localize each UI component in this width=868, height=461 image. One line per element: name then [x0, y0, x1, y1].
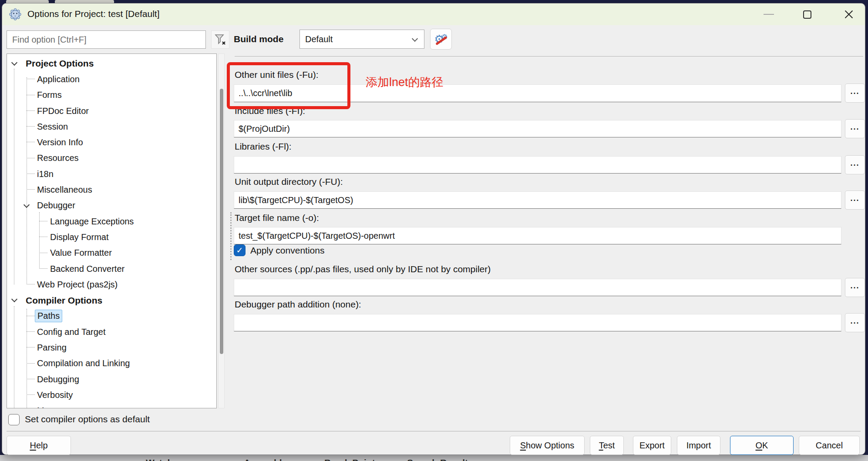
window-title: Options for Project: test [Default]	[27, 9, 159, 19]
tree-item-forms[interactable]: Forms	[7, 87, 216, 103]
tree-item-language-exceptions[interactable]: Language Exceptions	[7, 214, 216, 229]
libraries-label: Libraries (-Fl):	[235, 141, 292, 152]
debugger-path-addition-label: Debugger path addition (none):	[235, 299, 361, 310]
tree-item-miscellaneous[interactable]: Miscellaneous	[7, 182, 216, 197]
dotted-splitter	[230, 212, 232, 260]
build-mode-select[interactable]: Default	[299, 30, 424, 49]
apply-conventions-row[interactable]: ✓ Apply conventions	[234, 244, 324, 256]
export-button[interactable]: Export	[633, 436, 671, 455]
tree-connector	[27, 316, 35, 316]
tree-item-display-format[interactable]: Display Format	[7, 229, 216, 245]
include-files-browse-button[interactable]: ...	[845, 119, 865, 138]
debugger-path-addition-input[interactable]	[234, 314, 841, 331]
maximize-button[interactable]	[794, 3, 821, 25]
clear-filter-button[interactable]	[211, 30, 229, 49]
tree-item-backend-converter[interactable]: Backend Converter	[7, 261, 216, 277]
tree-item-label: Project Options	[24, 57, 96, 70]
tree-item-project-options[interactable]: Project Options	[7, 56, 216, 71]
tree-item-application[interactable]: Application	[7, 71, 216, 87]
tree-item-debugger[interactable]: Debugger	[7, 198, 216, 214]
chevron-down-icon[interactable]	[11, 60, 17, 66]
tree-item-session[interactable]: Session	[7, 119, 216, 134]
tree-item-label: Messages	[35, 405, 79, 408]
tree-item-compilation-and-linking[interactable]: Compilation and Linking	[7, 356, 216, 371]
tree-item-verbosity[interactable]: Verbosity	[7, 387, 216, 403]
other-sources-browse-button[interactable]: ...	[845, 278, 865, 297]
target-file-name-input[interactable]: test_$(TargetCPU)-$(TargetOS)-openwrt	[234, 227, 841, 244]
tree-connector	[39, 253, 47, 253]
set-compiler-options-default-label: Set compiler options as default	[25, 414, 150, 424]
tree-item-label: Compiler Options	[24, 294, 104, 307]
build-mode-label: Build mode	[234, 34, 283, 44]
tree-item-label: Miscellaneous	[35, 184, 94, 196]
panel-divider	[235, 56, 863, 57]
minimize-icon	[764, 14, 774, 15]
unit-output-directory-label: Unit output directory (-FU):	[235, 177, 343, 187]
tree-item-label: FPDoc Editor	[35, 105, 91, 117]
libraries-browse-button[interactable]: ...	[845, 155, 865, 174]
tree-connector	[27, 126, 35, 127]
cancel-button[interactable]: Cancel	[799, 436, 860, 455]
libraries-input[interactable]	[234, 156, 841, 174]
tree-connector	[27, 174, 35, 174]
tree-item-fpdoc-editor[interactable]: FPDoc Editor	[7, 103, 216, 119]
tree-scrollbar-thumb[interactable]	[220, 89, 223, 354]
ok-button[interactable]: OK	[730, 436, 794, 455]
close-button[interactable]	[832, 3, 866, 25]
tree-item-compiler-options[interactable]: Compiler Options	[7, 292, 216, 308]
apply-conventions-checkbox[interactable]: ✓	[234, 244, 246, 256]
tree-item-parsing[interactable]: Parsing	[7, 340, 216, 355]
tree-item-label: Resources	[35, 152, 81, 164]
tree-connector	[27, 347, 35, 347]
tree-item-i18n[interactable]: i18n	[7, 166, 216, 182]
tree-item-config-and-target[interactable]: Config and Target	[7, 324, 216, 340]
debugger-path-addition-browse-button[interactable]: ...	[845, 313, 865, 332]
tree-item-label: Debugging	[35, 374, 81, 385]
tree-connector	[27, 379, 35, 379]
tree-item-messages[interactable]: Messages	[7, 403, 216, 408]
chevron-down-icon	[412, 36, 418, 42]
include-files-input[interactable]: $(ProjOutDir)	[234, 120, 841, 137]
options-tree: Project OptionsApplicationFormsFPDoc Edi…	[7, 54, 216, 408]
other-sources-input[interactable]	[234, 279, 841, 296]
tree-guide-line	[27, 77, 27, 284]
footer-divider	[7, 431, 861, 431]
options-dialog-window: Options for Project: test [Default] Buil…	[2, 3, 865, 455]
background-window-strip: WatchesAssemblerBreak PointsSearch Resul…	[0, 455, 868, 461]
help-button[interactable]: Help	[7, 436, 71, 455]
chevron-down-icon[interactable]	[24, 202, 30, 208]
tree-guide-line	[14, 306, 14, 408]
tree-connector	[27, 79, 35, 79]
apply-conventions-label: Apply conventions	[250, 245, 324, 256]
tree-connector	[39, 221, 47, 221]
tree-item-paths[interactable]: Paths	[7, 308, 216, 324]
show-options-button[interactable]: Show Options	[510, 436, 585, 455]
tree-item-web-project-pas2js[interactable]: Web Project (pas2js)	[7, 277, 216, 292]
search-input[interactable]	[7, 30, 206, 49]
set-compiler-options-default-checkbox[interactable]	[8, 414, 20, 425]
tree-item-label: i18n	[35, 168, 56, 180]
tree-item-value-formatter[interactable]: Value Formatter	[7, 245, 216, 261]
tree-scrollbar[interactable]	[218, 53, 225, 408]
unit-output-directory-input[interactable]: lib\$(TargetCPU)-$(TargetOS)	[234, 191, 841, 209]
background-tab-caption: Search Results	[407, 458, 473, 461]
test-button[interactable]: Test	[590, 436, 624, 455]
tree-item-resources[interactable]: Resources	[7, 150, 216, 166]
background-tab-caption: Assembler	[244, 458, 290, 461]
target-file-name-label: Target file name (-o):	[235, 213, 319, 223]
import-button[interactable]: Import	[677, 436, 720, 455]
build-mode-options-button[interactable]: ⚙⚙	[430, 29, 452, 50]
unit-output-directory-browse-button[interactable]: ...	[845, 190, 865, 210]
tree-item-label: Value Formatter	[48, 247, 114, 259]
chevron-down-icon[interactable]	[11, 296, 17, 302]
tree-connector	[27, 331, 35, 332]
tree-item-version-info[interactable]: Version Info	[7, 134, 216, 150]
tree-connector	[27, 189, 35, 190]
title-bar[interactable]: Options for Project: test [Default]	[2, 3, 865, 25]
tree-item-label: Forms	[35, 89, 64, 101]
tree-item-debugging[interactable]: Debugging	[7, 371, 216, 387]
other-unit-files-browse-button[interactable]: ...	[845, 84, 865, 103]
tree-connector	[27, 284, 35, 284]
minimize-button[interactable]	[755, 3, 782, 25]
other-sources-label: Other sources (.pp/.pas files, used only…	[235, 264, 491, 274]
